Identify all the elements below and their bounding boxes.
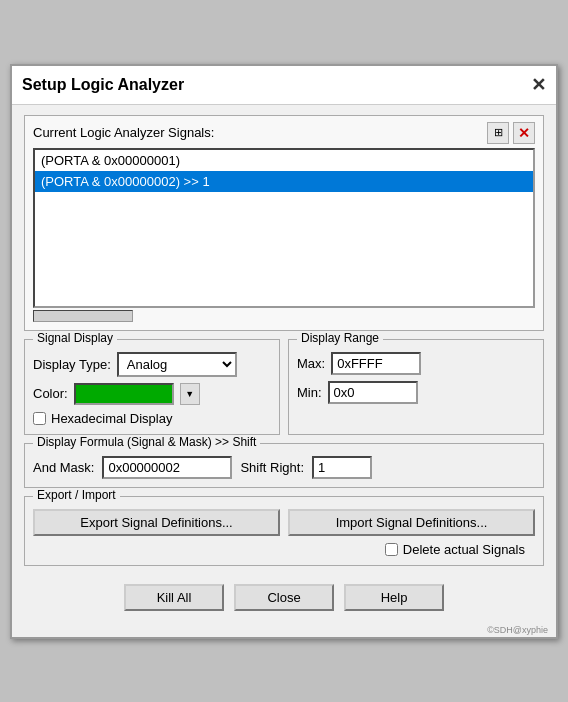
color-row: Color: ▼: [33, 383, 271, 405]
delete-signals-row: Delete actual Signals: [33, 542, 535, 557]
display-type-select[interactable]: Analog Digital Hex: [117, 352, 237, 377]
middle-sections: Signal Display Display Type: Analog Digi…: [24, 339, 544, 435]
max-row: Max:: [297, 352, 535, 375]
delete-signal-btn[interactable]: ✕: [513, 122, 535, 144]
hex-display-row: Hexadecimal Display: [33, 411, 271, 426]
signal-display-content: Display Type: Analog Digital Hex Color: …: [33, 352, 271, 426]
delete-signals-checkbox[interactable]: [385, 543, 398, 556]
min-input[interactable]: [328, 381, 418, 404]
and-mask-label: And Mask:: [33, 460, 94, 475]
max-input[interactable]: [331, 352, 421, 375]
and-mask-input[interactable]: [102, 456, 232, 479]
signal-display-title: Signal Display: [33, 331, 117, 345]
export-import-content: Export Signal Definitions... Import Sign…: [33, 509, 535, 557]
display-range-content: Max: Min:: [297, 352, 535, 404]
shift-right-input[interactable]: [312, 456, 372, 479]
hexadecimal-label: Hexadecimal Display: [51, 411, 172, 426]
color-label: Color:: [33, 386, 68, 401]
title-bar: Setup Logic Analyzer ✕: [12, 66, 556, 105]
scrollbar-hint[interactable]: [33, 310, 133, 322]
export-import-title: Export / Import: [33, 488, 120, 502]
export-import-group: Export / Import Export Signal Definition…: [24, 496, 544, 566]
export-btn[interactable]: Export Signal Definitions...: [33, 509, 280, 536]
formula-group: Display Formula (Signal & Mask) >> Shift…: [24, 443, 544, 488]
window-body: Current Logic Analyzer Signals: ⊞ ✕ (POR…: [12, 105, 556, 576]
signals-label-row: Current Logic Analyzer Signals: ⊞ ✕: [33, 122, 535, 144]
signals-icons: ⊞ ✕: [487, 122, 535, 144]
main-window: Setup Logic Analyzer ✕ Current Logic Ana…: [10, 64, 558, 639]
window-title: Setup Logic Analyzer: [22, 76, 184, 94]
color-swatch[interactable]: [74, 383, 174, 405]
formula-title: Display Formula (Signal & Mask) >> Shift: [33, 435, 260, 449]
grid-icon-btn[interactable]: ⊞: [487, 122, 509, 144]
signals-section: Current Logic Analyzer Signals: ⊞ ✕ (POR…: [24, 115, 544, 331]
formula-row: And Mask: Shift Right:: [33, 456, 535, 479]
grid-icon: ⊞: [494, 126, 503, 139]
display-range-group: Display Range Max: Min:: [288, 339, 544, 435]
signals-list[interactable]: (PORTA & 0x00000001) (PORTA & 0x00000002…: [33, 148, 535, 308]
color-dropdown-btn[interactable]: ▼: [180, 383, 200, 405]
footer-buttons: Kill All Close Help: [12, 576, 556, 623]
shift-right-label: Shift Right:: [240, 460, 304, 475]
display-range-title: Display Range: [297, 331, 383, 345]
display-type-row: Display Type: Analog Digital Hex: [33, 352, 271, 377]
signal-display-group: Signal Display Display Type: Analog Digi…: [24, 339, 280, 435]
watermark: ©SDH@xyphie: [12, 623, 556, 637]
help-btn[interactable]: Help: [344, 584, 444, 611]
export-import-buttons-row: Export Signal Definitions... Import Sign…: [33, 509, 535, 536]
close-icon[interactable]: ✕: [531, 74, 546, 96]
display-type-label: Display Type:: [33, 357, 111, 372]
signals-label-text: Current Logic Analyzer Signals:: [33, 125, 214, 140]
min-row: Min:: [297, 381, 535, 404]
min-label: Min:: [297, 385, 322, 400]
max-label: Max:: [297, 356, 325, 371]
import-btn[interactable]: Import Signal Definitions...: [288, 509, 535, 536]
kill-all-btn[interactable]: Kill All: [124, 584, 224, 611]
signal-item-1[interactable]: (PORTA & 0x00000002) >> 1: [35, 171, 533, 192]
delete-icon: ✕: [518, 125, 530, 141]
hexadecimal-checkbox[interactable]: [33, 412, 46, 425]
close-btn[interactable]: Close: [234, 584, 334, 611]
delete-signals-label: Delete actual Signals: [403, 542, 525, 557]
signal-item-0[interactable]: (PORTA & 0x00000001): [35, 150, 533, 171]
